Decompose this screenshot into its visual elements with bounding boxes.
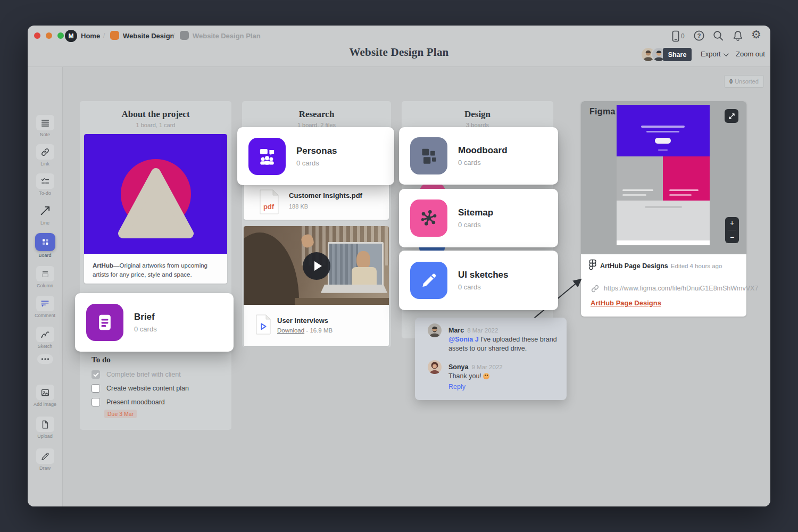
note-icon: [40, 118, 50, 128]
zoom-out-button[interactable]: −: [730, 233, 734, 242]
sidebar-item-board[interactable]: Board: [28, 233, 62, 258]
zoom-out-button[interactable]: Zoom out: [736, 50, 765, 58]
project-board-icon[interactable]: [110, 31, 119, 40]
sidebar-item-todo[interactable]: To-do: [28, 173, 62, 196]
sidebar-item-sketch[interactable]: Sketch: [28, 327, 62, 349]
embed-zoom-controls[interactable]: +−: [725, 217, 739, 243]
export-button[interactable]: Export: [701, 50, 727, 58]
board-panel-about[interactable]: About the project 1 board, 1 card ArtHub…: [80, 101, 231, 430]
breadcrumb-project[interactable]: Website Design: [123, 32, 174, 40]
card-count: 0 cards: [458, 283, 509, 291]
figma-brand-label: Figma: [589, 107, 616, 117]
more-dots-icon: [41, 358, 49, 361]
mention-link[interactable]: @Sonia J: [448, 336, 479, 343]
unsorted-badge[interactable]: 0Unsorted: [724, 75, 764, 88]
figma-url[interactable]: https://www.figma.com/file/hDnuiG1E8mShW…: [604, 285, 758, 292]
card-title: Brief: [134, 312, 157, 322]
board-title: About the project: [80, 101, 231, 120]
play-button[interactable]: [303, 252, 330, 280]
add-image-icon: [40, 388, 50, 397]
milanote-logo[interactable]: M: [65, 30, 77, 42]
board-card-sitemap[interactable]: Sitemap0 cards: [399, 189, 558, 247]
todo-icon: [40, 177, 50, 186]
breadcrumb-page: Website Design Plan: [193, 32, 261, 40]
svg-text:?: ?: [697, 32, 701, 39]
sidebar-item-note[interactable]: Note: [28, 115, 62, 137]
settings-gear-icon[interactable]: ⚙: [751, 28, 761, 41]
comment-thread-card[interactable]: Marc8 Mar 2022 @Sonia J I've uploaded th…: [415, 318, 567, 400]
sitemap-board-icon: [410, 200, 447, 237]
laptop-screen: [328, 242, 383, 288]
card-title: Personas: [296, 146, 337, 156]
card-count: 0 cards: [458, 159, 508, 167]
app-logo-letter: M: [69, 32, 74, 40]
todo-item[interactable]: Create website content plan: [92, 384, 189, 393]
figma-embed-viewport[interactable]: Figma: [581, 101, 746, 254]
sidebar-item-add-image[interactable]: Add image: [28, 385, 62, 407]
figma-card-footer: ArtHub Page DesignsEdited 4 hours ago ht…: [581, 254, 746, 317]
tool-sidebar: Note Link To-do Line Board Column Commen…: [28, 66, 63, 506]
moodboard-board-icon: [410, 137, 447, 174]
artwork-caption: ArtHub—Original artworks from upcoming a…: [84, 256, 227, 284]
sidebar-item-comment[interactable]: Comment: [28, 296, 62, 318]
board-icon: [40, 237, 51, 247]
comment-text: @Sonia J I've uploaded these brand asset…: [448, 335, 558, 353]
breadcrumb-separator: /: [173, 32, 174, 39]
chevron-down-icon: [724, 51, 729, 56]
download-link[interactable]: Download: [277, 327, 304, 334]
page-board-icon: [180, 31, 189, 40]
zoom-in-button[interactable]: +: [730, 219, 734, 227]
card-title: Sitemap: [458, 207, 493, 218]
board-card-brief[interactable]: Brief0 cards: [75, 293, 234, 352]
pdf-file-icon: pdf: [260, 189, 279, 214]
maximize-traffic-light[interactable]: [57, 32, 64, 39]
breadcrumb-home[interactable]: Home: [81, 32, 100, 40]
sidebar-item-column[interactable]: Column: [28, 266, 62, 288]
board-card-personas[interactable]: Personas0 cards: [237, 127, 394, 185]
sidebar-item-more[interactable]: [28, 353, 62, 365]
page-title: Website Design Plan: [350, 46, 449, 59]
figma-file-link[interactable]: ArtHub Page Designs: [591, 299, 661, 307]
checkbox-unchecked[interactable]: [92, 398, 100, 406]
video-card[interactable]: User interviews Download - 16.9 MB: [244, 226, 389, 346]
comment-avatar-marc: [428, 323, 442, 337]
checkbox-checked[interactable]: [92, 370, 100, 379]
board-title: Design: [402, 101, 553, 120]
todo-heading: To do: [92, 355, 111, 364]
minimize-traffic-light[interactable]: [46, 32, 52, 39]
video-thumbnail: [244, 226, 389, 305]
line-arrow-icon: [39, 205, 51, 217]
search-icon[interactable]: [712, 30, 724, 41]
brief-board-icon: [86, 304, 123, 341]
board-card-ui-sketches[interactable]: UI sketches0 cards: [399, 251, 558, 310]
sidebar-item-line[interactable]: Line: [28, 203, 62, 226]
close-traffic-light[interactable]: [34, 32, 40, 39]
card-count: 0 cards: [296, 159, 337, 167]
pdf-file-name: Customer Insights.pdf: [289, 192, 362, 200]
personas-board-icon: [248, 138, 286, 175]
artwork-card[interactable]: ArtHub—Original artworks from upcoming a…: [84, 134, 227, 284]
draw-pencil-icon: [40, 452, 50, 461]
board-card-moodboard[interactable]: Moodboard0 cards: [399, 127, 558, 185]
figma-mockup-page: [617, 105, 710, 245]
breadcrumb-separator: /: [103, 32, 105, 39]
share-button[interactable]: Share: [663, 48, 692, 61]
sidebar-item-upload[interactable]: Upload: [28, 417, 62, 439]
checkbox-unchecked[interactable]: [92, 384, 100, 393]
notifications-bell-icon[interactable]: [732, 30, 744, 42]
todo-item[interactable]: Complete brief with client: [92, 370, 181, 379]
smile-emoji: [483, 373, 489, 379]
expand-button[interactable]: [725, 109, 738, 123]
reply-link[interactable]: Reply: [448, 383, 466, 390]
sidebar-item-draw[interactable]: Draw: [28, 448, 62, 471]
url-link-icon: [591, 284, 600, 293]
upload-file-icon: [40, 420, 50, 429]
comment-icon: [40, 298, 50, 309]
card-title: UI sketches: [458, 270, 509, 280]
due-date-badge: Due 3 Mar: [104, 410, 137, 418]
help-icon[interactable]: ?: [693, 30, 705, 41]
figma-embed-card[interactable]: Figma: [581, 101, 746, 317]
mobile-device-icon[interactable]: [669, 30, 681, 43]
todo-item[interactable]: Present moodboard: [92, 398, 165, 406]
sidebar-item-link[interactable]: Link: [28, 144, 62, 167]
